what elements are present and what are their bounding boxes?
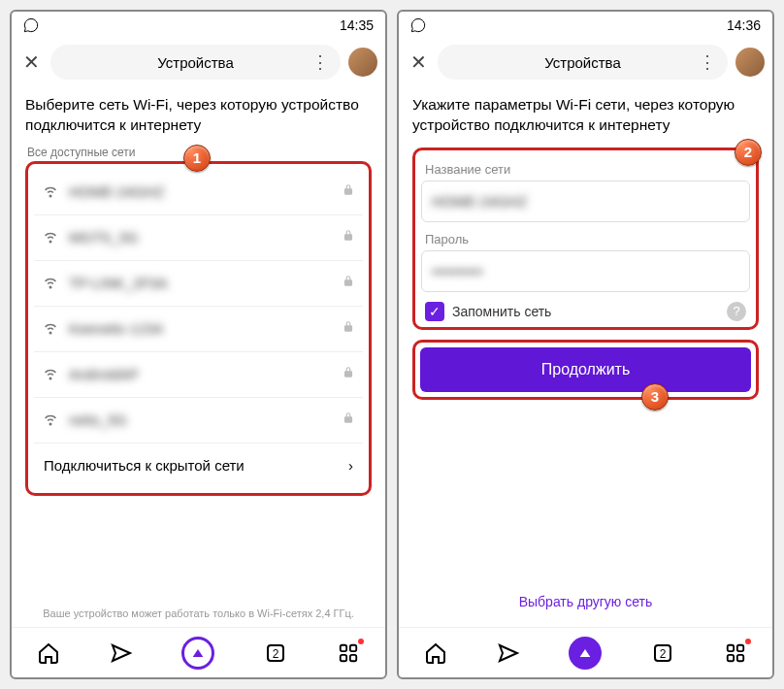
avatar[interactable] — [735, 48, 765, 77]
lock-icon — [342, 411, 355, 429]
page-heading: Укажите параметры Wi-Fi сети, через кото… — [412, 95, 759, 136]
wifi-network-name: Keenetic-1234 — [69, 320, 332, 337]
nav-alice-icon[interactable] — [569, 637, 602, 670]
notification-dot-icon — [358, 639, 364, 644]
lock-icon — [342, 183, 355, 201]
lock-icon — [342, 229, 355, 246]
avatar[interactable] — [348, 48, 377, 77]
footnote: Ваше устройство может работать только в … — [25, 607, 372, 619]
lock-icon — [342, 275, 355, 292]
ssid-label: Название сети — [425, 162, 750, 177]
wifi-network-name: HOME-24GHZ — [69, 183, 332, 200]
status-bar: 14:36 — [399, 12, 772, 39]
wifi-icon — [42, 364, 59, 385]
nav-apps-icon[interactable] — [336, 640, 361, 666]
lock-icon — [342, 320, 355, 338]
status-time: 14:36 — [727, 17, 761, 33]
nav-send-icon[interactable] — [496, 640, 521, 666]
wifi-network-row[interactable]: MGTS_5G — [34, 214, 363, 260]
step-badge-1: 1 — [183, 145, 211, 172]
connect-hidden-network[interactable]: Подключиться к скрытой сети › — [34, 443, 363, 487]
remember-checkbox[interactable]: ✓ — [425, 302, 444, 321]
continue-button[interactable]: Продолжить — [420, 347, 751, 392]
lock-icon — [342, 366, 355, 383]
password-input[interactable]: •••••••••• — [421, 250, 750, 292]
nav-apps-icon[interactable] — [723, 640, 748, 666]
page-heading: Выберите сеть Wi-Fi, через которую устро… — [25, 95, 372, 136]
topbar-pill[interactable]: Устройства ⋮ — [50, 45, 341, 80]
wifi-icon — [42, 181, 59, 203]
nav-home-icon[interactable] — [36, 640, 61, 666]
wifi-network-name: MGTS_5G — [69, 229, 332, 246]
nav-alice-icon[interactable] — [181, 637, 214, 670]
password-label: Пароль — [425, 232, 750, 246]
nav-tabs-icon[interactable] — [650, 640, 675, 666]
step-badge-2: 2 — [735, 139, 762, 166]
topbar-pill[interactable]: Устройства ⋮ — [438, 45, 728, 80]
remember-label: Запомнить сеть — [452, 304, 719, 319]
highlight-box-2: 2 Название сети HOME-24GHZ Пароль ••••••… — [412, 148, 759, 330]
wifi-icon — [42, 227, 59, 248]
wifi-network-name: netis_5G — [69, 411, 332, 428]
nav-tabs-icon[interactable] — [263, 640, 288, 666]
close-icon[interactable]: ✕ — [19, 50, 43, 74]
whatsapp-icon — [410, 17, 426, 33]
nav-home-icon[interactable] — [423, 640, 448, 666]
whatsapp-icon — [23, 17, 39, 33]
step-badge-3: 3 — [641, 383, 669, 410]
more-icon[interactable]: ⋮ — [699, 51, 716, 73]
wifi-network-list: HOME-24GHZMGTS_5GTP-LINK_2F3AKeenetic-12… — [34, 170, 363, 443]
wifi-network-name: AndroidAP — [69, 366, 332, 382]
phone-screen-right: 14:36 ✕ Устройства ⋮ Укажите параметры W… — [397, 10, 774, 679]
topbar-title: Устройства — [157, 54, 233, 71]
highlight-box-1: 1 HOME-24GHZMGTS_5GTP-LINK_2F3AKeenetic-… — [25, 161, 372, 496]
status-bar: 14:35 — [12, 12, 385, 39]
chevron-right-icon: › — [348, 457, 353, 474]
wifi-icon — [42, 273, 59, 294]
bottom-nav — [399, 627, 772, 677]
content-area: Укажите параметры Wi-Fi сети, через кото… — [399, 85, 772, 627]
choose-other-network-link[interactable]: Выбрать другую сеть — [412, 594, 759, 609]
wifi-network-row[interactable]: HOME-24GHZ — [34, 170, 363, 214]
more-icon[interactable]: ⋮ — [311, 51, 329, 73]
close-icon[interactable]: ✕ — [407, 50, 430, 74]
topbar: ✕ Устройства ⋮ — [399, 39, 772, 85]
wifi-icon — [42, 318, 59, 340]
wifi-network-row[interactable]: TP-LINK_2F3A — [34, 260, 363, 306]
notification-dot-icon — [745, 639, 751, 644]
phone-screen-left: 14:35 ✕ Устройства ⋮ Выберите сеть Wi-Fi… — [10, 10, 387, 679]
ssid-input[interactable]: HOME-24GHZ — [421, 180, 750, 222]
highlight-box-3: Продолжить 3 — [412, 340, 759, 400]
wifi-network-row[interactable]: netis_5G — [34, 397, 363, 443]
help-icon[interactable]: ? — [727, 302, 746, 321]
wifi-icon — [42, 410, 59, 431]
wifi-network-row[interactable]: Keenetic-1234 — [34, 306, 363, 351]
wifi-network-row[interactable]: AndroidAP — [34, 351, 363, 397]
nav-send-icon[interactable] — [109, 640, 134, 666]
hidden-network-label: Подключиться к скрытой сети — [44, 457, 245, 474]
topbar-title: Устройства — [544, 54, 620, 71]
status-time: 14:35 — [340, 17, 374, 33]
bottom-nav — [12, 627, 385, 677]
topbar: ✕ Устройства ⋮ — [12, 39, 385, 85]
content-area: Выберите сеть Wi-Fi, через которую устро… — [12, 85, 385, 627]
wifi-network-name: TP-LINK_2F3A — [69, 275, 332, 291]
